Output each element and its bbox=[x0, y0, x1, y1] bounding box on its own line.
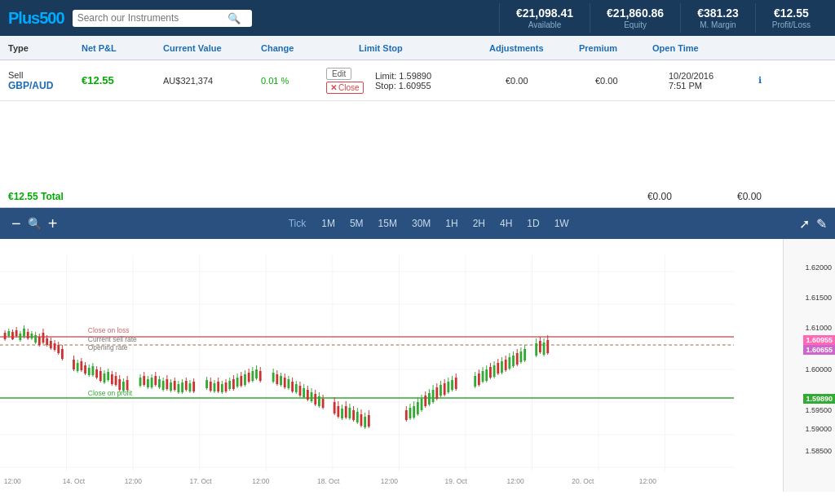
tf-5m[interactable]: 5M bbox=[347, 216, 366, 231]
stat-pl-value: €12.55 bbox=[774, 7, 809, 20]
price-1.62000: 1.62000 bbox=[805, 263, 832, 272]
draw-button[interactable]: ✎ bbox=[816, 216, 827, 232]
col-adj: Adjustments bbox=[489, 43, 579, 53]
cell-limitstop: Limit: 1.59890 Stop: 1.60955 bbox=[375, 71, 506, 91]
stat-pl-label: Profit/Loss bbox=[772, 20, 811, 29]
tf-1w[interactable]: 1W bbox=[552, 216, 572, 231]
tf-30m[interactable]: 30M bbox=[409, 216, 433, 231]
tf-1d[interactable]: 1D bbox=[524, 216, 541, 231]
stat-margin: €381.23 M. Margin bbox=[680, 3, 755, 33]
svg-text:12:00: 12:00 bbox=[507, 477, 524, 485]
col-opentime: Open Time bbox=[652, 43, 750, 53]
cell-opentime: 10/20/2016 7:51 PM bbox=[669, 71, 758, 91]
tf-4h[interactable]: 4H bbox=[497, 216, 515, 231]
table-header: Type Net P&L Current Value Change Limit … bbox=[0, 36, 835, 60]
zoom-reset-button[interactable]: 🔍 bbox=[24, 215, 45, 232]
price-1.59500: 1.59500 bbox=[805, 406, 832, 414]
stop-value: 1.60955 bbox=[399, 81, 431, 91]
svg-text:Current sell rate: Current sell rate bbox=[88, 335, 137, 343]
cell-change: 0.01 % bbox=[261, 76, 326, 86]
direction-label: Sell bbox=[8, 70, 82, 80]
price-1.60000: 1.60000 bbox=[805, 365, 832, 374]
current-price-label: 1.60655 bbox=[803, 345, 835, 355]
chart-type-button[interactable]: ➚ bbox=[799, 216, 810, 232]
total-premium: €0.00 bbox=[737, 191, 762, 202]
col-premium: Premium bbox=[579, 43, 652, 53]
col-limitstop: Limit Stop bbox=[359, 43, 489, 53]
chart-container: GBP/AUD Close on loss Current sell rate … bbox=[0, 239, 835, 504]
svg-text:14. Oct: 14. Oct bbox=[63, 477, 86, 485]
svg-text:17. Oct: 17. Oct bbox=[189, 477, 212, 485]
cell-actions: Edit ✕ Close bbox=[326, 68, 375, 94]
pair-label: GBP/AUD bbox=[8, 80, 82, 91]
tf-1h[interactable]: 1H bbox=[443, 216, 460, 231]
total-adj: €0.00 bbox=[647, 191, 672, 202]
stop-price-label: 1.60955 bbox=[803, 335, 835, 345]
tf-1m[interactable]: 1M bbox=[319, 216, 338, 231]
tick-label: Tick bbox=[289, 218, 307, 229]
table-row: Sell GBP/AUD €12.55 AU$321,374 0.01 % Ed… bbox=[0, 60, 835, 101]
stat-equity-value: €21,860.86 bbox=[607, 7, 664, 20]
chart-svg: Close on loss Current sell rate Opening … bbox=[0, 239, 783, 492]
col-change: Change bbox=[261, 43, 359, 53]
tf-2h[interactable]: 2H bbox=[471, 216, 488, 231]
cell-premium: €0.00 bbox=[595, 76, 669, 86]
header-stats: €21,098.41 Available €21,860.86 Equity €… bbox=[260, 3, 827, 33]
svg-text:12:00: 12:00 bbox=[125, 477, 142, 485]
col-netpl: Net P&L bbox=[82, 43, 163, 53]
open-time: 7:51 PM bbox=[669, 81, 758, 91]
svg-rect-0 bbox=[0, 239, 734, 492]
svg-text:Close on profit: Close on profit bbox=[88, 389, 133, 397]
limit-price-label: 1.59890 bbox=[803, 394, 835, 404]
info-button[interactable]: ℹ bbox=[758, 75, 775, 86]
col-curval: Current Value bbox=[163, 43, 261, 53]
search-icon[interactable]: 🔍 bbox=[228, 12, 241, 24]
price-1.59000: 1.59000 bbox=[805, 425, 832, 433]
stat-available-label: Available bbox=[528, 20, 561, 29]
stat-available-value: €21,098.41 bbox=[516, 7, 573, 20]
zoom-in-button[interactable]: + bbox=[45, 213, 61, 235]
svg-text:Opening rate: Opening rate bbox=[88, 343, 128, 351]
stat-equity-label: Equity bbox=[624, 20, 647, 29]
empty-area bbox=[0, 101, 835, 185]
close-x-icon: ✕ bbox=[330, 83, 337, 92]
stop-label: Stop: bbox=[375, 81, 396, 91]
col-type: Type bbox=[8, 43, 82, 53]
edit-button[interactable]: Edit bbox=[326, 68, 351, 80]
cell-curval: AU$321,374 bbox=[163, 76, 261, 86]
stat-available: €21,098.41 Available bbox=[499, 3, 590, 33]
search-box[interactable]: 🔍 bbox=[73, 10, 252, 27]
stat-margin-value: €381.23 bbox=[697, 7, 739, 20]
logo-plus: Plus bbox=[8, 9, 39, 27]
chart-toolbar: − 🔍 + Tick 1M 5M 15M 30M 1H 2H 4H 1D 1W … bbox=[0, 208, 835, 239]
totals-bar: €12.55 Total €0.00 €0.00 bbox=[0, 185, 835, 208]
header: Plus500 🔍 €21,098.41 Available €21,860.8… bbox=[0, 0, 835, 36]
chart-right-icons: ➚ ✎ bbox=[799, 216, 827, 232]
logo: Plus500 bbox=[8, 9, 64, 28]
search-input[interactable] bbox=[77, 12, 224, 24]
svg-text:18. Oct: 18. Oct bbox=[317, 477, 340, 485]
tf-15m[interactable]: 15M bbox=[376, 216, 400, 231]
svg-text:12:00: 12:00 bbox=[639, 477, 656, 485]
cell-type: Sell GBP/AUD bbox=[8, 70, 82, 91]
price-1.58500: 1.58500 bbox=[805, 447, 832, 455]
cell-netpl: €12.55 bbox=[82, 74, 163, 86]
svg-text:20. Oct: 20. Oct bbox=[572, 477, 594, 485]
close-button[interactable]: ✕ Close bbox=[326, 82, 364, 94]
limit-value: 1.59890 bbox=[399, 71, 431, 81]
cell-adj: €0.00 bbox=[506, 76, 595, 86]
price-1.61500: 1.61500 bbox=[805, 294, 832, 302]
svg-text:12:00: 12:00 bbox=[252, 477, 269, 485]
price-1.61000: 1.61000 bbox=[805, 324, 832, 332]
logo-500: 500 bbox=[39, 9, 64, 27]
stat-equity: €21,860.86 Equity bbox=[590, 3, 680, 33]
close-label: Close bbox=[338, 83, 360, 92]
limit-label: Limit: bbox=[375, 71, 396, 81]
open-date: 10/20/2016 bbox=[669, 71, 758, 81]
timeframe-group: Tick 1M 5M 15M 30M 1H 2H 4H 1D 1W bbox=[60, 216, 799, 231]
zoom-out-button[interactable]: − bbox=[8, 213, 24, 235]
total-label: €12.55 Total bbox=[8, 191, 64, 202]
stat-pl: €12.55 Profit/Loss bbox=[755, 3, 827, 33]
svg-text:19. Oct: 19. Oct bbox=[445, 477, 468, 485]
svg-text:12:00: 12:00 bbox=[381, 477, 398, 485]
